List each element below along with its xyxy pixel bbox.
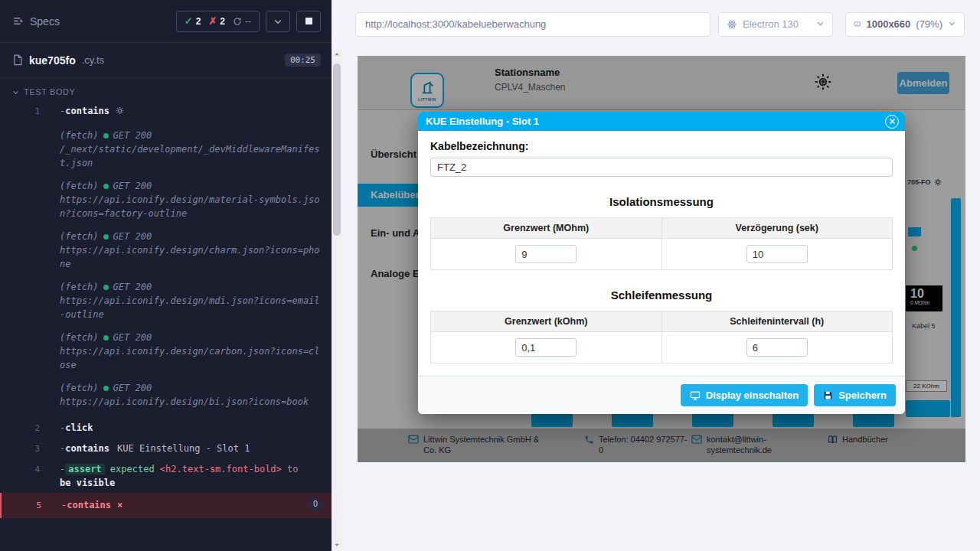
- viewport-icon: [854, 18, 861, 30]
- stat-failed[interactable]: ✗2: [208, 15, 225, 27]
- kue-settings-modal: KUE Einstellung - Slot 1 Kabelbezeichnun…: [418, 112, 905, 414]
- fetch-status: GET 200: [113, 129, 152, 142]
- viewport-zoom: (79%): [916, 18, 942, 30]
- viewport-size: 1000x660: [866, 18, 910, 30]
- save-floppy-icon: [823, 390, 833, 400]
- assert-badge: assert: [65, 464, 104, 474]
- modal-footer: Display einschalten Speichern: [418, 376, 905, 414]
- insulation-limit-input[interactable]: [515, 245, 577, 263]
- fetch-status: GET 200: [113, 230, 152, 243]
- save-button[interactable]: Speichern: [814, 384, 896, 406]
- spec-file-icon: [12, 54, 23, 66]
- fetch-tag: (fetch): [60, 179, 99, 193]
- aut-pane: Electron 130 1000x660 (79%) LITTWIN Stat…: [332, 0, 980, 551]
- fail-x-icon: ×: [117, 500, 122, 510]
- command-number: 4: [0, 462, 40, 477]
- fetch-url: https://api.iconify.design/charm.json?ic…: [60, 243, 321, 271]
- network-log-entry[interactable]: (fetch)GET 200 https://api.iconify.desig…: [0, 331, 332, 372]
- url-input[interactable]: [355, 12, 710, 37]
- fetch-tag: (fetch): [60, 280, 99, 294]
- status-ok-dot: [103, 133, 109, 139]
- modal-header: KUE Einstellung - Slot 1: [418, 112, 905, 131]
- loop-limit-input[interactable]: [515, 338, 577, 357]
- command-row-contains[interactable]: 3 -containsKUE Einstellung - Slot 1: [0, 439, 332, 459]
- spec-timer: 00:25: [285, 54, 321, 67]
- retry-count-badge: 0: [309, 497, 322, 511]
- command-name: contains: [67, 500, 111, 510]
- status-ok-dot: [103, 184, 109, 189]
- fetch-status: GET 200: [113, 331, 152, 344]
- insulation-delay-header: Verzögerung (sek): [662, 218, 893, 239]
- collapse-reporter-button[interactable]: [266, 11, 290, 32]
- monitor-icon: [690, 390, 701, 401]
- status-ok-dot: [103, 285, 109, 290]
- fetch-status: GET 200: [113, 280, 152, 294]
- modal-title: KUE Einstellung - Slot 1: [426, 116, 539, 127]
- page-scrollbar[interactable]: [332, 48, 342, 551]
- command-name: click: [65, 422, 93, 433]
- fetch-url: https://api.iconify.design/carbon.json?i…: [60, 344, 321, 372]
- stat-passed[interactable]: ✓2: [185, 15, 201, 27]
- command-options-gear-icon: [116, 106, 124, 115]
- assert-expected: expected: [110, 464, 155, 474]
- fetch-url: /_next/static/development/_devMiddleware…: [60, 142, 321, 170]
- cross-icon: ✗: [208, 15, 217, 27]
- assert-selector: <h2.text-sm.font-bold>: [160, 464, 282, 474]
- fetch-status: GET 200: [113, 179, 152, 193]
- spec-name: kue705fo: [29, 54, 76, 67]
- specs-label: Specs: [30, 15, 60, 28]
- cable-name-label: Kabelbezeichnung:: [430, 140, 893, 152]
- viewport-select[interactable]: 1000x660 (79%): [845, 12, 965, 37]
- reporter-topbar: Specs ✓2 ✗2 --: [0, 0, 332, 43]
- test-body-label: TEST BODY: [24, 87, 76, 96]
- network-log-entry[interactable]: (fetch)GET 200 https://api.iconify.desig…: [0, 179, 332, 220]
- loop-interval-input[interactable]: [746, 338, 808, 357]
- spec-header[interactable]: kue705fo.cy.ts 00:25: [0, 43, 332, 78]
- network-log-entry[interactable]: (fetch)GET 200 https://api.iconify.desig…: [0, 230, 332, 271]
- fetch-tag: (fetch): [60, 230, 99, 243]
- refresh-icon: [233, 17, 242, 26]
- scrollbar-thumb[interactable]: [333, 64, 341, 236]
- fetch-url: https://api.iconify.design/material-symb…: [60, 193, 321, 220]
- check-icon: ✓: [185, 15, 193, 27]
- command-name: contains: [65, 106, 109, 116]
- scroll-up-arrow-icon[interactable]: [332, 48, 342, 60]
- command-log: 1 -contains (fetch)GET 200 /_next/static…: [0, 101, 332, 518]
- network-log-entry[interactable]: (fetch)GET 200 https://api.iconify.desig…: [0, 280, 332, 321]
- scroll-down-arrow-icon[interactable]: [332, 539, 342, 551]
- insulation-section-title: Isolationsmessung: [430, 195, 893, 208]
- aut-control-bar: Electron 130 1000x660 (79%): [332, 0, 980, 48]
- specs-list-icon: [12, 15, 24, 27]
- spec-ext: .cy.ts: [82, 54, 104, 66]
- display-on-button[interactable]: Display einschalten: [681, 384, 808, 406]
- command-argument: KUE Einstellung - Slot 1: [117, 443, 250, 454]
- loop-table: Grenzwert (kOhm) Schleifenintervall (h): [430, 311, 893, 364]
- chevron-down-icon: [816, 19, 825, 28]
- network-log-entry[interactable]: (fetch)GET 200 https://api.iconify.desig…: [0, 381, 332, 409]
- command-row-click[interactable]: 2 -click: [0, 418, 332, 439]
- fetch-tag: (fetch): [60, 331, 99, 344]
- chevron-down-icon: [948, 19, 956, 28]
- browser-select[interactable]: Electron 130: [718, 12, 833, 37]
- command-number: 5: [2, 498, 41, 513]
- stop-tests-button[interactable]: [296, 11, 321, 32]
- specs-menu[interactable]: Specs: [12, 15, 60, 28]
- cable-name-input[interactable]: [430, 158, 893, 177]
- modal-body: Kabelbezeichnung: Isolationsmessung Gren…: [418, 131, 905, 364]
- fetch-tag: (fetch): [60, 381, 99, 395]
- status-ok-dot: [103, 386, 109, 391]
- command-number: 3: [0, 442, 40, 456]
- chevron-down-icon: [273, 17, 283, 26]
- insulation-delay-input[interactable]: [746, 245, 808, 263]
- fetch-tag: (fetch): [60, 129, 99, 142]
- loop-interval-header: Schleifenintervall (h): [662, 311, 893, 332]
- test-body-toggle[interactable]: TEST BODY: [0, 78, 332, 101]
- stat-pending[interactable]: --: [233, 16, 251, 27]
- command-row-contains[interactable]: 1 -contains: [0, 101, 332, 122]
- command-row-assert[interactable]: 4 -assert expected <h2.text-sm.font-bold…: [0, 459, 332, 493]
- network-log-entry[interactable]: (fetch)GET 200 /_next/static/development…: [0, 129, 332, 170]
- close-icon[interactable]: [885, 115, 899, 129]
- app-under-test: LITTWIN Stationsname CPLV4_Maschen Abmel…: [358, 56, 965, 462]
- command-row-failed[interactable]: 5 -contains× 0: [0, 493, 332, 518]
- command-name: contains: [65, 443, 109, 454]
